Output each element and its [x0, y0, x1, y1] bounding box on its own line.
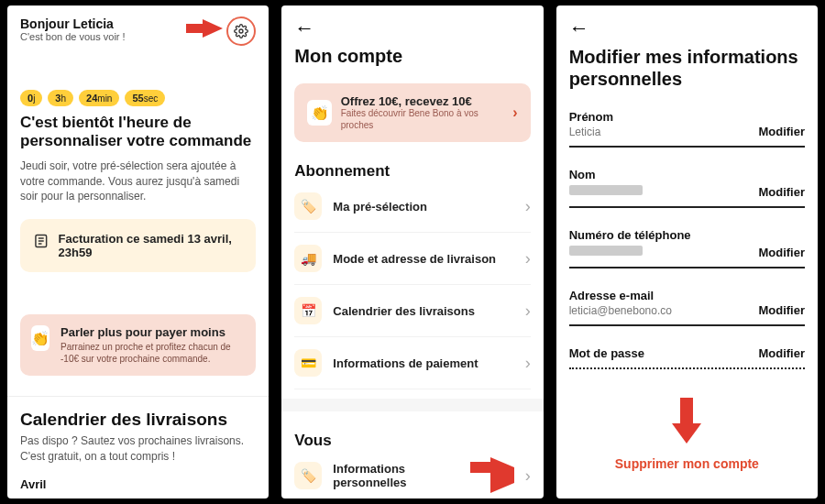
settings-button[interactable]: [226, 16, 256, 46]
home-headline: C'est bientôt l'heure de personnaliser v…: [20, 114, 256, 151]
field-label: Numéro de téléphone: [569, 228, 759, 242]
row-label: Calendrier des livraisons: [333, 304, 513, 318]
field-prenom: Prénom Leticia Modifier: [569, 101, 805, 148]
chevron-right-icon: ›: [525, 466, 531, 486]
back-button[interactable]: ←: [294, 16, 530, 40]
chevron-right-icon: ›: [512, 104, 517, 121]
chevron-right-icon: ›: [525, 301, 531, 321]
receipt-icon: [33, 232, 50, 250]
billing-card[interactable]: Facturation ce samedi 13 avril, 23h59: [20, 219, 256, 272]
field-value: Leticia: [569, 126, 759, 138]
modify-button[interactable]: Modifier: [758, 303, 805, 317]
countdown: 0j 3h 24min 55sec: [20, 90, 256, 106]
field-nom: Nom Modifier: [569, 159, 805, 208]
annotation-arrow-delete: [672, 398, 701, 444]
calendar-month: Avril: [20, 477, 256, 491]
referral-title: Parler plus pour payer moins: [60, 325, 245, 339]
section-abonnement: Abonnement: [294, 162, 530, 181]
countdown-days: 0j: [20, 90, 42, 106]
back-button[interactable]: ←: [569, 16, 805, 40]
field-label: Mot de passe: [569, 346, 759, 360]
section-vous: Vous: [294, 432, 530, 450]
screen-home: Bonjour Leticia C'est bon de vous voir !…: [7, 5, 269, 499]
gear-icon: [234, 24, 248, 38]
tag-icon: 🏷️: [294, 462, 322, 489]
screen-home-content: Bonjour Leticia C'est bon de vous voir !…: [7, 5, 269, 499]
delete-account-link[interactable]: Supprimer mon compte: [556, 456, 818, 471]
promo-title: Offrez 10€, recevez 10€: [341, 94, 504, 108]
truck-icon: 🚚: [294, 245, 322, 272]
modify-button[interactable]: Modifier: [758, 125, 805, 138]
calendar-title: Calendrier des livraisons: [20, 410, 256, 430]
annotation-arrow-personal-info: [490, 467, 514, 484]
row-label: Ma pré-sélection: [333, 200, 513, 214]
redacted-value: [569, 185, 643, 195]
promo-sub: Faites découvrir Bene Bono à vos proches: [341, 108, 504, 131]
annotation-arrow-settings: [203, 19, 223, 38]
clap-icon: 👏: [31, 325, 50, 351]
row-preselection[interactable]: 🏷️ Ma pré-sélection ›: [294, 181, 530, 233]
row-label: Informations de paiement: [333, 356, 513, 370]
divider: [7, 396, 269, 397]
chevron-right-icon: ›: [525, 249, 531, 268]
row-label: Mode et adresse de livraison: [333, 252, 513, 266]
screen-edit-info: ← Modifier mes informations personnelles…: [556, 5, 818, 499]
home-body: Jeudi soir, votre pré-sélection sera ajo…: [20, 159, 256, 204]
greeting-sub: C'est bon de vous voir !: [20, 31, 126, 42]
field-label: Prénom: [569, 110, 759, 124]
card-icon: 💳: [294, 349, 322, 377]
screen-account: ← Mon compte 👏 Offrez 10€, recevez 10€ F…: [281, 5, 543, 499]
clap-icon: 👏: [307, 100, 331, 126]
field-value: leticia@benebono.co: [569, 304, 759, 317]
field-label: Adresse e-mail: [569, 289, 759, 302]
screen-account-content: ← Mon compte 👏 Offrez 10€, recevez 10€ F…: [281, 5, 543, 499]
row-personal-info[interactable]: 🏷️ Informations personnelles ›: [294, 450, 530, 499]
greeting-block: Bonjour Leticia C'est bon de vous voir !: [20, 16, 126, 42]
field-email: Adresse e-mail leticia@benebono.co Modif…: [569, 279, 805, 326]
chevron-right-icon: ›: [525, 354, 531, 373]
calendar-sub: Pas dispo ? Sautez vos prochaines livrai…: [20, 433, 256, 465]
account-title: Mon compte: [294, 46, 530, 67]
referral-sub: Parrainez un proche et profitez chacun d…: [60, 341, 245, 365]
divider: [281, 399, 543, 411]
row-label: Informations personnelles: [333, 462, 478, 489]
countdown-mins: 24min: [79, 90, 119, 106]
referral-card[interactable]: 👏 Parler plus pour payer moins Parrainez…: [20, 314, 256, 376]
row-delivery-calendar[interactable]: 📅 Calendrier des livraisons ›: [294, 285, 530, 337]
field-telephone: Numéro de téléphone Modifier: [569, 219, 805, 268]
greeting-name: Bonjour Leticia: [20, 16, 126, 31]
tag-icon: 🏷️: [294, 192, 322, 220]
billing-text: Facturation ce samedi 13 avril, 23h59: [59, 232, 244, 259]
modify-button[interactable]: Modifier: [758, 246, 805, 259]
svg-point-0: [239, 29, 243, 33]
referral-text: Parler plus pour payer moins Parrainez u…: [60, 325, 245, 365]
modify-button[interactable]: Modifier: [758, 185, 805, 199]
redacted-value: [569, 246, 643, 256]
row-delivery-mode[interactable]: 🚚 Mode et adresse de livraison ›: [294, 233, 530, 285]
countdown-secs: 55sec: [125, 90, 165, 106]
row-payment-info[interactable]: 💳 Informations de paiement ›: [294, 337, 530, 389]
promo-text: Offrez 10€, recevez 10€ Faites découvrir…: [341, 94, 504, 131]
calendar-icon: 📅: [294, 297, 322, 324]
field-label: Nom: [569, 168, 759, 181]
chevron-right-icon: ›: [525, 197, 531, 216]
promo-card[interactable]: 👏 Offrez 10€, recevez 10€ Faites découvr…: [294, 83, 530, 142]
countdown-hours: 3h: [48, 90, 73, 106]
edit-title: Modifier mes informations personnelles: [569, 46, 805, 90]
modify-button[interactable]: Modifier: [758, 346, 805, 360]
field-password: Mot de passe Modifier: [569, 337, 805, 369]
